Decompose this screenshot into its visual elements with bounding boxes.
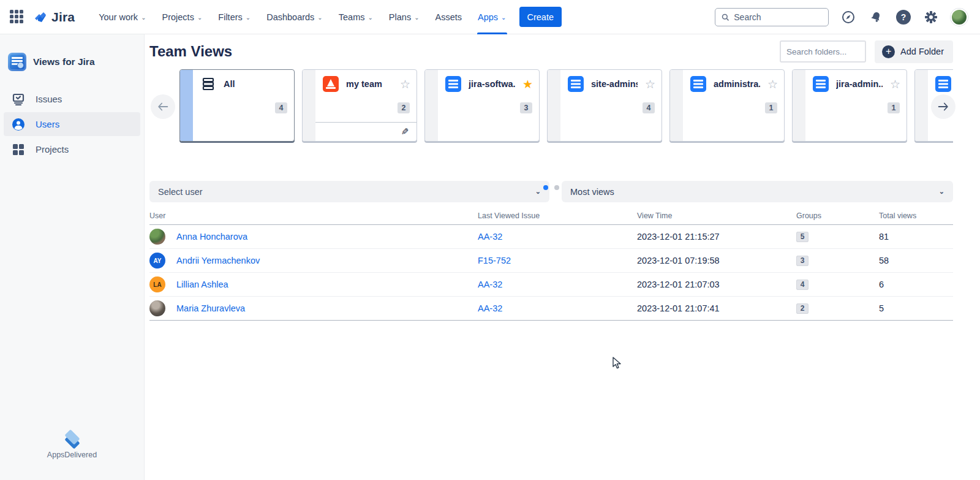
folder-card-all[interactable]: All ☆ 4 ✎ xyxy=(179,69,295,142)
folder-card-jira-admin[interactable]: jira-admin... ☆ 1 ✎ xyxy=(792,69,907,142)
user-link[interactable]: Maria Zhuravleva xyxy=(176,303,245,313)
help-icon[interactable]: ? xyxy=(895,9,911,25)
nav-item-filters[interactable]: Filters ⌄ xyxy=(210,0,258,34)
total-views: 6 xyxy=(879,280,953,289)
row-avatar xyxy=(149,229,165,245)
nav-right-group: ? xyxy=(715,8,968,26)
star-icon[interactable]: ☆ xyxy=(400,78,410,90)
folder-card-jira-softwa[interactable]: jira-softwa... ★ 3 ✎ xyxy=(424,69,540,142)
add-folder-label: Add Folder xyxy=(900,47,944,56)
edit-pencil-icon[interactable]: ✎ xyxy=(401,126,409,137)
jira-logo[interactable]: Jira xyxy=(33,10,75,25)
issue-link[interactable]: AA-32 xyxy=(478,280,502,289)
carousel-dot-2[interactable] xyxy=(554,185,559,190)
folder-card-viewport: All ☆ 4 ✎ my team ☆ 2 xyxy=(149,69,953,143)
folder-name: my team xyxy=(346,79,393,89)
header-actions: + Add Folder xyxy=(780,40,953,63)
nav-item-your-work[interactable]: Your work ⌄ xyxy=(91,0,154,34)
carousel-dots xyxy=(543,185,559,190)
folder-name: site-admins xyxy=(591,79,638,89)
view-time: 2023-12-01 21:07:03 xyxy=(637,280,796,289)
folder-card-stripe xyxy=(425,70,438,141)
stack-icon xyxy=(200,76,216,92)
nav-item-teams[interactable]: Teams ⌄ xyxy=(331,0,381,34)
users-table: User Last Viewed Issue View Time Groups … xyxy=(149,212,953,321)
issue-link[interactable]: F15-752 xyxy=(478,256,511,265)
column-header-time: View Time xyxy=(637,211,796,220)
groups-badge: 2 xyxy=(796,303,809,314)
cone-icon xyxy=(323,76,339,92)
create-button[interactable]: Create xyxy=(519,7,562,27)
chevron-down-icon: ⌄ xyxy=(197,14,202,21)
chevron-down-icon: ⌄ xyxy=(414,14,419,21)
select-user-dropdown[interactable]: Select user ⌄ xyxy=(149,181,549,202)
app-switcher-icon[interactable] xyxy=(10,10,24,25)
global-search[interactable] xyxy=(715,8,829,26)
folder-name: administra... xyxy=(714,79,760,89)
nav-item-plans[interactable]: Plans ⌄ xyxy=(381,0,428,34)
users-icon xyxy=(11,117,26,132)
folder-card-stripe xyxy=(915,70,928,141)
table-header: User Last Viewed Issue View Time Groups … xyxy=(149,212,953,225)
nav-item-dashboards[interactable]: Dashboards ⌄ xyxy=(258,0,331,34)
main-content: Team Views + Add Folder xyxy=(145,34,980,480)
folder-card-stripe xyxy=(548,70,560,141)
groups-badge: 3 xyxy=(796,256,809,266)
view-time: 2023-12-01 21:15:27 xyxy=(637,232,796,242)
carousel-dot-1[interactable] xyxy=(543,185,548,190)
folder-count-badge: 1 xyxy=(888,102,900,113)
chevron-down-icon: ⌄ xyxy=(317,14,322,21)
star-icon[interactable]: ☆ xyxy=(645,78,655,90)
sidebar-item-issues[interactable]: Issues xyxy=(4,87,140,111)
main-header: Team Views + Add Folder xyxy=(149,40,953,63)
user-avatar[interactable] xyxy=(951,9,968,26)
issue-link[interactable]: AA-32 xyxy=(478,303,502,313)
issues-icon xyxy=(11,92,26,107)
column-header-groups: Groups xyxy=(796,211,879,220)
search-input[interactable] xyxy=(734,12,822,22)
row-avatar: AY xyxy=(149,253,165,269)
user-link[interactable]: Andrii Yermachenkov xyxy=(176,256,260,265)
nav-item-apps[interactable]: Apps ⌄ xyxy=(470,0,514,34)
plus-icon: + xyxy=(882,45,895,58)
sidebar-nav: Issues Users Projects xyxy=(0,87,144,161)
folder-card-site-admins[interactable]: site-admins ☆ 4 ✎ xyxy=(547,69,662,142)
nav-item-projects[interactable]: Projects ⌄ xyxy=(154,0,211,34)
folder-count-badge: 1 xyxy=(765,102,777,113)
nav-item-assets[interactable]: Assets ⌄ xyxy=(428,0,470,34)
list-icon xyxy=(568,76,584,92)
carousel-next-button[interactable] xyxy=(931,94,956,119)
folder-card-administra[interactable]: administra... ☆ 1 ✎ xyxy=(669,69,785,142)
sidebar-item-users[interactable]: Users xyxy=(4,112,140,136)
user-link[interactable]: Anna Honcharova xyxy=(176,232,247,242)
user-link[interactable]: Lillian Ashlea xyxy=(176,280,228,289)
sidebar-item-projects[interactable]: Projects xyxy=(4,137,140,161)
folder-count-badge: 3 xyxy=(520,102,532,113)
issue-link[interactable]: AA-32 xyxy=(478,232,502,242)
list-icon xyxy=(690,76,706,92)
discover-icon[interactable] xyxy=(840,9,856,25)
chevron-down-icon: ⌄ xyxy=(535,188,541,196)
table-body: Anna Honcharova AA-32 2023-12-01 21:15:2… xyxy=(149,225,953,321)
folder-card-stripe xyxy=(670,70,683,141)
sidebar-app-title: Views for Jira xyxy=(33,56,95,67)
arrow-right-icon xyxy=(937,100,950,113)
total-views: 5 xyxy=(879,303,953,313)
folder-carousel: All ☆ 4 ✎ my team ☆ 2 xyxy=(149,69,953,143)
search-folders-input[interactable] xyxy=(780,40,866,63)
sidebar-app-header: Views for Jira xyxy=(0,34,144,87)
star-icon[interactable]: ☆ xyxy=(890,78,900,90)
notifications-icon[interactable] xyxy=(868,9,884,25)
settings-icon[interactable] xyxy=(923,9,939,25)
sort-dropdown[interactable]: Most views ⌄ xyxy=(562,181,953,202)
folder-card-my-team[interactable]: my team ☆ 2 ✎ xyxy=(302,69,417,142)
add-folder-button[interactable]: + Add Folder xyxy=(875,40,953,63)
table-row: AY Andrii Yermachenkov F15-752 2023-12-0… xyxy=(149,249,953,273)
folder-name: All xyxy=(224,79,288,89)
star-icon[interactable]: ☆ xyxy=(767,78,778,90)
star-icon[interactable]: ★ xyxy=(522,78,533,90)
folder-card-stripe xyxy=(793,70,805,141)
row-avatar: LA xyxy=(149,276,165,292)
total-views: 81 xyxy=(879,232,953,242)
carousel-prev-button[interactable] xyxy=(151,94,175,119)
